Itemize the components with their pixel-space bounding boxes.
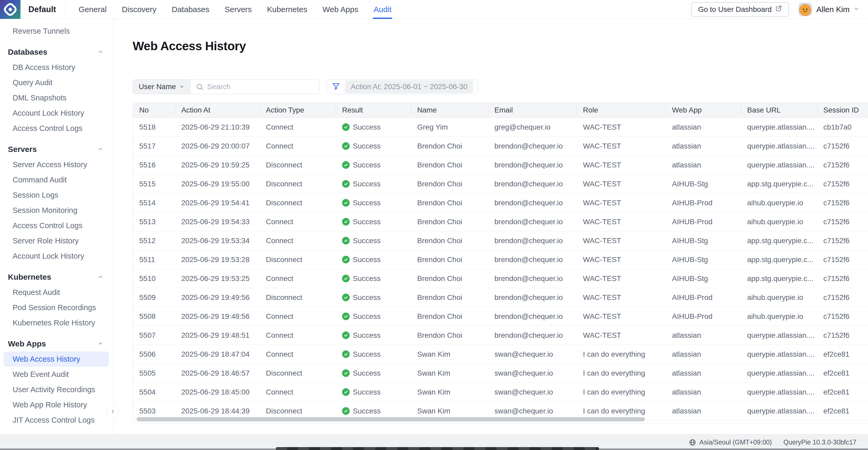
sidebar-item-server-access-history[interactable]: Server Access History bbox=[4, 157, 109, 172]
topnav-databases[interactable]: Databases bbox=[164, 0, 217, 19]
sidebar-item-account-lock-history[interactable]: Account Lock History bbox=[4, 106, 109, 121]
sidebar-item-access-control-logs[interactable]: Access Control Logs bbox=[4, 218, 109, 233]
sidebar-item-session-monitoring[interactable]: Session Monitoring bbox=[4, 203, 109, 218]
table-row[interactable]: 55092025-06-29 19:49:56DisconnectSuccess… bbox=[133, 288, 868, 307]
cell-base-url: aihub.querypie.io bbox=[741, 193, 817, 212]
cell-action-type: Connect bbox=[259, 383, 336, 401]
table-row[interactable]: 55182025-06-29 21:10:39ConnectSuccessGre… bbox=[133, 118, 868, 137]
search-field-selector[interactable]: User Name bbox=[133, 80, 190, 94]
table-row[interactable]: 55052025-06-29 18:46:57DisconnectSuccess… bbox=[133, 364, 868, 383]
table-row[interactable]: 55042025-06-29 18:45:00ConnectSuccessSwa… bbox=[133, 383, 868, 402]
sidebar-item-access-control-logs[interactable]: Access Control Logs bbox=[4, 121, 109, 136]
result-text: Success bbox=[353, 274, 381, 283]
result-text: Success bbox=[353, 237, 381, 245]
sidebar-item-request-audit[interactable]: Request Audit bbox=[4, 285, 109, 300]
sidebar-collapse-button[interactable] bbox=[107, 406, 119, 418]
filter-funnel-icon[interactable] bbox=[332, 82, 340, 91]
go-to-user-dashboard-button[interactable]: Go to User Dashboard bbox=[691, 2, 789, 17]
table-row[interactable]: 55112025-06-29 19:53:28DisconnectSuccess… bbox=[133, 250, 868, 269]
sidebar-item-server-role-history[interactable]: Server Role History bbox=[4, 233, 109, 248]
cell-result: Success bbox=[336, 250, 411, 269]
table-header-row: NoAction AtAction TypeResultNameEmailRol… bbox=[133, 102, 868, 118]
cell-action-at: 2025-06-29 18:46:57 bbox=[175, 364, 259, 383]
chevron-down-icon[interactable] bbox=[853, 6, 860, 13]
sidebar-item-dml-snapshots[interactable]: DML Snapshots bbox=[4, 90, 109, 106]
cell-result: Success bbox=[336, 193, 411, 212]
sidebar-item-web-event-audit[interactable]: Web Event Audit bbox=[4, 367, 109, 382]
result-text: Success bbox=[353, 180, 381, 188]
sidebar-section-servers[interactable]: Servers bbox=[0, 142, 113, 157]
result-text: Success bbox=[353, 161, 381, 169]
top-nav: GeneralDiscoveryDatabasesServersKubernet… bbox=[71, 0, 399, 19]
table-row[interactable]: 55072025-06-29 19:48:51ConnectSuccessBre… bbox=[133, 326, 868, 345]
sidebar-section-web-apps[interactable]: Web Apps bbox=[0, 336, 113, 352]
table-row[interactable]: 55142025-06-29 19:54:41DisconnectSuccess… bbox=[133, 193, 868, 212]
cell-role: I can do everything bbox=[577, 383, 666, 401]
cell-role: WAC-TEST bbox=[577, 175, 666, 193]
cell-web-app: atlassian bbox=[666, 118, 741, 137]
topnav-kubernetes[interactable]: Kubernetes bbox=[259, 0, 315, 19]
table-row[interactable]: 55062025-06-29 18:47:04ConnectSuccessSwa… bbox=[133, 345, 868, 364]
column-header-action-type: Action Type bbox=[259, 102, 336, 118]
sidebar-item-command-audit[interactable]: Command Audit bbox=[4, 172, 109, 187]
success-check-icon bbox=[342, 123, 350, 131]
cell-result: Success bbox=[336, 118, 411, 137]
table-row[interactable]: 55102025-06-29 19:53:25ConnectSuccessBre… bbox=[133, 269, 868, 288]
sidebar-item-query-audit[interactable]: Query Audit bbox=[4, 75, 109, 90]
sidebar-item-reverse-tunnels[interactable]: Reverse Tunnels bbox=[4, 23, 109, 39]
topnav-general[interactable]: General bbox=[71, 0, 114, 19]
cell-role: WAC-TEST bbox=[577, 250, 666, 269]
result-text: Success bbox=[353, 407, 381, 415]
result-badge: Success bbox=[342, 388, 381, 396]
table-row[interactable]: 55132025-06-29 19:54:33ConnectSuccessBre… bbox=[133, 212, 868, 231]
topnav-audit[interactable]: Audit bbox=[366, 0, 399, 19]
sidebar-item-user-activity-recordings[interactable]: User Activity Recordings bbox=[4, 382, 109, 397]
search-input[interactable] bbox=[207, 83, 314, 91]
filter-group: Action At: 2025-06-01 ~ 2025-06-30 bbox=[327, 79, 478, 94]
cell-role: WAC-TEST bbox=[577, 231, 666, 250]
cell-name: Swan Kim bbox=[411, 345, 488, 363]
cell-email: brendon@chequer.io bbox=[488, 250, 577, 269]
action-at-date-filter-chip[interactable]: Action At: 2025-06-01 ~ 2025-06-30 bbox=[345, 80, 473, 93]
querypie-logo[interactable] bbox=[0, 0, 21, 19]
table-body: 55182025-06-29 21:10:39ConnectSuccessGre… bbox=[133, 118, 868, 421]
topnav-servers[interactable]: Servers bbox=[217, 0, 259, 19]
chevron-up-icon bbox=[97, 339, 103, 348]
table-row[interactable]: 55082025-06-29 19:48:56ConnectSuccessBre… bbox=[133, 307, 868, 326]
cell-role: WAC-TEST bbox=[577, 288, 666, 307]
cell-email: greg@chequer.io bbox=[488, 118, 577, 137]
sidebar-item-kubernetes-role-history[interactable]: Kubernetes Role History bbox=[4, 315, 109, 330]
globe-icon bbox=[689, 439, 696, 446]
sidebar-section-label: Databases bbox=[8, 48, 47, 57]
sidebar-item-session-logs[interactable]: Session Logs bbox=[4, 187, 109, 203]
sidebar-item-web-app-role-history[interactable]: Web App Role History bbox=[4, 397, 109, 412]
cell-action-at: 2025-06-29 19:55:00 bbox=[175, 175, 259, 193]
horizontal-scrollbar-thumb[interactable] bbox=[136, 417, 645, 421]
table-row[interactable]: 55122025-06-29 19:53:34ConnectSuccessBre… bbox=[133, 231, 868, 250]
sidebar-item-db-access-history[interactable]: DB Access History bbox=[4, 60, 109, 75]
cell-session-id: c7152f6 bbox=[817, 307, 868, 326]
topnav-discovery[interactable]: Discovery bbox=[114, 0, 164, 19]
workspace-name[interactable]: Default bbox=[28, 5, 56, 14]
sidebar-item-pod-session-recordings[interactable]: Pod Session Recordings bbox=[4, 300, 109, 315]
sidebar-section-kubernetes[interactable]: Kubernetes bbox=[0, 269, 113, 285]
search-group: User Name bbox=[133, 79, 319, 94]
user-name[interactable]: Allen Kim bbox=[816, 5, 849, 14]
table-row[interactable]: 55152025-06-29 19:55:00DisconnectSuccess… bbox=[133, 175, 868, 193]
result-text: Success bbox=[353, 350, 381, 359]
cell-result: Success bbox=[336, 156, 411, 174]
cell-action-type: Connect bbox=[259, 326, 336, 344]
cell-base-url: querypie.atlassian.... bbox=[741, 345, 817, 363]
sidebar-item-account-lock-history[interactable]: Account Lock History bbox=[4, 248, 109, 264]
sidebar-section-databases[interactable]: Databases bbox=[0, 44, 113, 60]
cell-action-at: 2025-06-29 19:54:33 bbox=[175, 212, 259, 231]
sidebar-item-jit-access-control-logs[interactable]: JIT Access Control Logs bbox=[4, 412, 109, 428]
sidebar-item-web-access-history[interactable]: Web Access History bbox=[4, 352, 109, 367]
cell-action-type: Connect bbox=[259, 307, 336, 326]
table-row[interactable]: 55172025-06-29 20:00:07ConnectSuccessBre… bbox=[133, 137, 868, 156]
user-avatar[interactable] bbox=[798, 3, 812, 16]
table-row[interactable]: 55162025-06-29 19:59:25DisconnectSuccess… bbox=[133, 156, 868, 175]
topnav-web-apps[interactable]: Web Apps bbox=[315, 0, 366, 19]
result-badge: Success bbox=[342, 237, 381, 245]
cell-name: Brendon Choi bbox=[411, 175, 488, 193]
